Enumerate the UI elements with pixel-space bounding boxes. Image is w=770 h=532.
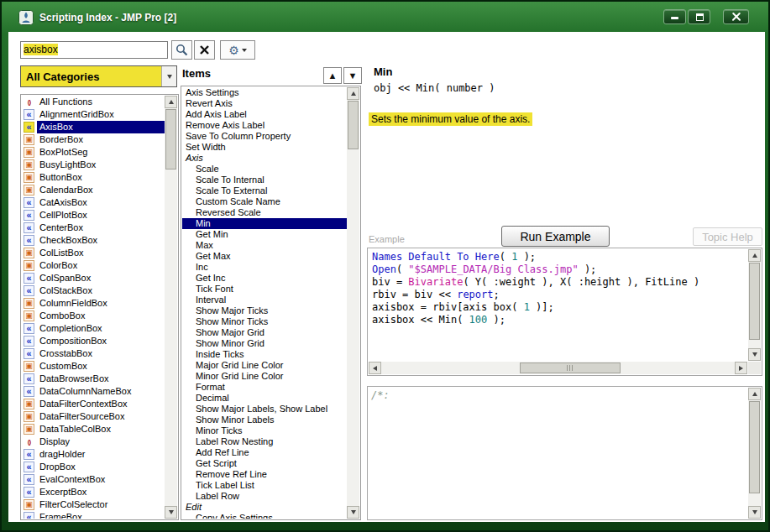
category-list-item[interactable]: «DropBox xyxy=(22,461,165,473)
scroll-thumb[interactable] xyxy=(165,109,176,170)
category-list-item[interactable]: «DataBrowserBox xyxy=(22,373,165,385)
category-list-item[interactable]: «ColStackBox xyxy=(22,284,165,297)
category-list-item[interactable]: «dragHolder xyxy=(22,448,165,461)
clear-search-button[interactable] xyxy=(194,40,215,60)
minimize-button[interactable] xyxy=(663,9,686,24)
items-list-item[interactable]: Format xyxy=(182,382,347,393)
log-scrollbar[interactable] xyxy=(748,388,761,519)
items-list-item[interactable]: Reversed Scale xyxy=(182,207,347,218)
category-list-item[interactable]: «CellPlotBox xyxy=(22,209,165,222)
close-button[interactable] xyxy=(723,9,749,24)
items-list-item[interactable]: Show Major Labels, Show Label xyxy=(182,404,347,415)
scroll-right-button[interactable] xyxy=(735,362,747,374)
items-list-item[interactable]: Show Major Grid xyxy=(182,327,347,338)
scroll-down-button[interactable] xyxy=(748,506,761,519)
items-list-item[interactable]: Decimal xyxy=(182,393,347,404)
items-list-item[interactable]: Tick Label List xyxy=(182,480,347,491)
category-list-item[interactable]: «ColSpanBox xyxy=(22,272,165,284)
scroll-down-button[interactable] xyxy=(748,348,761,361)
category-list-item[interactable]: ▣BoxPlotSeg xyxy=(22,146,165,159)
scroll-thumb[interactable] xyxy=(520,362,621,373)
maximize-button[interactable] xyxy=(688,9,710,24)
items-list-item[interactable]: Minor Ticks xyxy=(182,425,347,436)
category-list-item[interactable]: «DataColumnNameBox xyxy=(22,385,165,398)
category-list-item[interactable]: «EvalContextBox xyxy=(22,473,165,486)
scroll-up-button[interactable] xyxy=(748,249,761,262)
items-list-item[interactable]: Show Major Ticks xyxy=(182,305,347,316)
items-scrollbar[interactable] xyxy=(347,87,359,519)
scroll-thumb[interactable] xyxy=(749,263,760,340)
category-list-item[interactable]: ()All Functions xyxy=(22,96,165,108)
category-scrollbar[interactable] xyxy=(165,96,177,519)
items-list-item[interactable]: Label Row xyxy=(182,491,347,502)
log-panel[interactable]: /*: xyxy=(367,386,762,520)
category-list-item[interactable]: «AlignmentGridBox xyxy=(22,108,165,121)
items-list-item[interactable]: Save To Column Property xyxy=(182,131,347,142)
items-list-item[interactable]: Copy Axis Settings xyxy=(182,513,347,519)
items-list-item[interactable]: Add Ref Line xyxy=(182,447,347,458)
category-list-item[interactable]: ▣FilterColSelector xyxy=(22,498,165,511)
scroll-thumb[interactable] xyxy=(348,101,359,149)
items-list-item[interactable]: Minor Grid Line Color xyxy=(182,371,347,382)
items-list-item[interactable]: Inside Ticks xyxy=(182,349,347,360)
scroll-down-button[interactable] xyxy=(165,506,177,519)
items-list-item[interactable]: Label Row Nesting xyxy=(182,436,347,447)
items-list-item[interactable]: Scale xyxy=(182,164,347,175)
items-list-item[interactable]: Show Minor Labels xyxy=(182,415,347,425)
title-bar[interactable]: Scripting Index - JMP Pro [2] xyxy=(7,6,763,29)
settings-menu-button[interactable]: ⚙ xyxy=(220,40,255,60)
items-list-item[interactable]: Scale To External xyxy=(182,185,347,196)
category-list-item[interactable]: «ExcerptBox xyxy=(22,486,165,498)
items-group-header[interactable]: Edit xyxy=(182,502,347,513)
category-list-item[interactable]: ▣ButtonBox xyxy=(22,171,165,184)
items-list-item[interactable]: Axis Settings xyxy=(182,87,347,98)
scroll-up-button[interactable] xyxy=(347,87,359,100)
items-list-item[interactable]: Show Minor Grid xyxy=(182,338,347,349)
items-group-header[interactable]: Axis xyxy=(182,153,347,164)
items-list-item[interactable]: Major Grid Line Color xyxy=(182,360,347,371)
category-list-item[interactable]: «CheckBoxBox xyxy=(22,234,165,247)
category-list-item[interactable]: ▣CalendarBox xyxy=(22,184,165,196)
scroll-down-button[interactable] xyxy=(347,506,359,519)
category-list-item[interactable]: «CompositionBox xyxy=(22,335,165,347)
category-list-item[interactable]: ▣DataTableColBox xyxy=(22,423,165,436)
search-input[interactable]: axisbox xyxy=(20,41,168,59)
category-list-item[interactable]: «FrameBox xyxy=(22,511,165,519)
category-list-item[interactable]: ()Display xyxy=(22,436,165,448)
category-list-item[interactable]: ▣ColListBox xyxy=(22,247,165,259)
items-list-item[interactable]: Min xyxy=(182,218,347,229)
items-list-item[interactable]: Revert Axis xyxy=(182,98,347,109)
scroll-left-button[interactable] xyxy=(369,362,381,374)
scroll-thumb[interactable] xyxy=(749,401,760,493)
items-list-item[interactable]: Get Script xyxy=(182,458,347,469)
previous-item-button[interactable]: ▲ xyxy=(323,67,342,84)
category-list-item[interactable]: ▣CustomBox xyxy=(22,360,165,373)
category-list-item[interactable]: ▣BusyLightBox xyxy=(22,159,165,171)
category-list-item[interactable]: ▣DataFilterSourceBox xyxy=(22,410,165,423)
category-list-item[interactable]: «AxisBox xyxy=(22,121,165,133)
items-list-item[interactable]: Set Width xyxy=(182,142,347,153)
search-button[interactable] xyxy=(171,40,192,60)
example-code-editor[interactable]: Names Default To Here( 1 );Open( "$SAMPL… xyxy=(367,248,762,376)
items-list-item[interactable]: Scale To Internal xyxy=(182,175,347,185)
items-list-item[interactable]: Interval xyxy=(182,295,347,305)
items-list-item[interactable]: Remove Axis Label xyxy=(182,120,347,131)
items-list-item[interactable]: Get Inc xyxy=(182,273,347,284)
category-list-item[interactable]: «CenterBox xyxy=(22,222,165,234)
code-horizontal-scrollbar[interactable] xyxy=(369,362,747,374)
run-example-button[interactable]: Run Example xyxy=(501,226,610,247)
category-list-item[interactable]: ▣ColorBox xyxy=(22,259,165,272)
items-list-item[interactable]: Remove Ref Line xyxy=(182,469,347,480)
category-dropdown[interactable]: All Categories xyxy=(20,65,177,87)
category-list-item[interactable]: «CrosstabBox xyxy=(22,347,165,360)
items-list-item[interactable]: Max xyxy=(182,240,347,251)
items-list-item[interactable]: Inc xyxy=(182,262,347,273)
category-list-item[interactable]: «CatAxisBox xyxy=(22,196,165,209)
scroll-up-button[interactable] xyxy=(748,388,761,400)
next-item-button[interactable]: ▼ xyxy=(343,67,362,84)
category-list-item[interactable]: ▣ColumnFieldBox xyxy=(22,297,165,310)
category-list-item[interactable]: ▣ComboBox xyxy=(22,310,165,322)
code-vertical-scrollbar[interactable] xyxy=(748,249,761,361)
items-list-item[interactable]: Custom Scale Name xyxy=(182,196,347,207)
items-list-item[interactable]: Show Minor Ticks xyxy=(182,316,347,327)
